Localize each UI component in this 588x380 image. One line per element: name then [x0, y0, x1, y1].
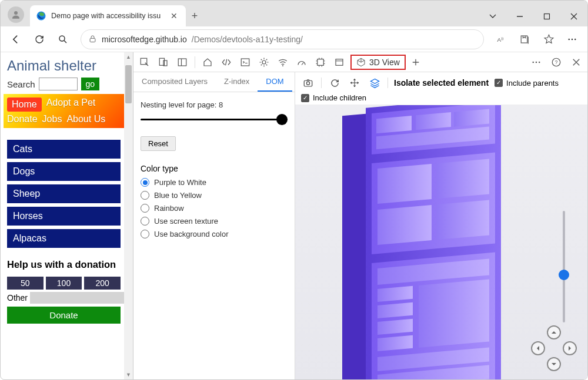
menu-icon[interactable] — [562, 29, 583, 50]
donation-amount[interactable]: 200 — [84, 277, 121, 290]
read-aloud-icon[interactable]: A⁾⁾ — [491, 29, 512, 50]
webpage-panel: Animal shelter Search go Home Adopt a Pe… — [1, 52, 133, 379]
dpad-left[interactable] — [531, 341, 545, 355]
devtools-panel: 3D View ? Composited Layers Z-index DOM … — [133, 52, 587, 379]
nav-home[interactable]: Home — [7, 97, 42, 112]
tab-close-icon[interactable]: ✕ — [168, 10, 180, 22]
nav-jobs[interactable]: Jobs — [42, 114, 62, 125]
memory-icon[interactable] — [312, 53, 329, 71]
svg-text:?: ? — [555, 60, 558, 65]
search-button[interactable] — [52, 29, 74, 50]
layers-icon[interactable] — [368, 76, 382, 90]
color-option[interactable]: Rainbow — [141, 204, 288, 213]
console-icon[interactable] — [236, 53, 254, 71]
nav-donate[interactable]: Donate — [7, 114, 38, 125]
main-nav: Home Adopt a Pet Donate Jobs About Us — [4, 94, 124, 128]
back-button[interactable] — [5, 29, 26, 50]
search-go-button[interactable]: go — [81, 78, 100, 90]
network-icon[interactable] — [274, 53, 292, 71]
new-tab-button[interactable]: + — [186, 5, 203, 26]
color-option[interactable]: Use screen texture — [141, 217, 288, 226]
svg-rect-27 — [342, 114, 366, 379]
screenshot-icon[interactable] — [301, 76, 315, 90]
svg-rect-35 — [436, 159, 489, 199]
scroll-up-icon[interactable]: ▲ — [124, 52, 133, 62]
help-icon[interactable]: ? — [547, 53, 565, 71]
device-icon[interactable] — [155, 53, 172, 71]
elements-icon[interactable] — [218, 53, 235, 71]
maximize-button[interactable] — [533, 6, 560, 26]
profile-avatar[interactable] — [8, 6, 24, 23]
animal-item[interactable]: Sheep — [7, 184, 121, 203]
svg-rect-29 — [376, 116, 412, 133]
donation-other-input[interactable] — [30, 292, 124, 304]
sources-icon[interactable] — [255, 53, 273, 71]
svg-rect-14 — [241, 59, 249, 66]
nav-about[interactable]: About Us — [66, 114, 105, 125]
address-bar[interactable]: microsoftedge.github.io/Demos/devtools-a… — [81, 29, 484, 49]
close-devtools-icon[interactable] — [567, 53, 585, 71]
animal-item[interactable]: Cats — [7, 140, 121, 159]
animal-item[interactable]: Horses — [7, 207, 121, 226]
minimize-button[interactable] — [506, 6, 533, 26]
zoom-slider-track[interactable] — [563, 211, 565, 322]
add-tab-icon[interactable] — [407, 53, 425, 71]
welcome-icon[interactable] — [199, 53, 216, 71]
svg-point-16 — [282, 65, 283, 66]
reset-button[interactable]: Reset — [141, 136, 176, 151]
animal-item[interactable]: Alpacas — [7, 229, 121, 248]
donation-amount[interactable]: 100 — [46, 277, 82, 290]
reset-view-icon[interactable] — [328, 76, 342, 90]
svg-point-0 — [14, 11, 18, 15]
nav-adopt[interactable]: Adopt a Pet — [46, 97, 96, 112]
chevron-down-icon[interactable] — [479, 6, 506, 26]
favorite-icon[interactable] — [538, 29, 559, 50]
dpad-down[interactable] — [547, 357, 561, 371]
animal-list: Cats Dogs Sheep Horses Alpacas — [4, 128, 124, 249]
devtools-tabbar: 3D View ? — [133, 52, 587, 72]
svg-rect-37 — [436, 200, 489, 240]
dpad-up[interactable] — [547, 325, 561, 339]
color-option[interactable]: Blue to Yellow — [141, 191, 288, 200]
3d-view-tab[interactable]: 3D View — [350, 55, 406, 70]
subtab-dom[interactable]: DOM — [258, 72, 292, 92]
close-window-button[interactable] — [560, 6, 587, 26]
nesting-slider[interactable] — [141, 114, 288, 126]
3d-view-label: 3D View — [369, 58, 400, 67]
more-tools-icon[interactable] — [527, 53, 545, 71]
search-input[interactable] — [39, 78, 78, 90]
inspect-icon[interactable] — [136, 53, 153, 71]
panel-icon[interactable] — [173, 53, 191, 71]
refresh-button[interactable] — [29, 29, 50, 50]
zoom-slider-thumb[interactable] — [559, 270, 569, 280]
color-option[interactable]: Purple to White — [141, 178, 288, 187]
svg-point-8 — [572, 38, 573, 40]
pan-icon[interactable] — [348, 76, 362, 90]
cube-icon — [356, 58, 366, 67]
donate-button[interactable]: Donate — [7, 307, 121, 324]
scroll-down-icon[interactable]: ▼ — [124, 370, 133, 379]
collections-icon[interactable] — [514, 29, 536, 50]
include-children-checkbox[interactable]: Include children — [301, 93, 582, 102]
performance-icon[interactable] — [293, 53, 310, 71]
subtab-zindex[interactable]: Z-index — [216, 72, 258, 92]
window-controls — [479, 6, 587, 26]
scroll-thumb[interactable] — [125, 65, 132, 103]
animal-item[interactable]: Dogs — [7, 162, 121, 181]
svg-point-3 — [59, 36, 65, 41]
subtab-composited[interactable]: Composited Layers — [133, 72, 216, 92]
svg-rect-31 — [454, 109, 489, 126]
include-parents-checkbox[interactable]: Include parents — [495, 79, 559, 88]
application-icon[interactable] — [330, 53, 348, 71]
3dview-viewport-panel: Isolate selected element Include parents… — [295, 72, 587, 379]
url-path: /Demos/devtools-a11y-testing/ — [192, 35, 303, 44]
donation-amount[interactable]: 50 — [7, 277, 44, 290]
dpad-right[interactable] — [563, 341, 577, 355]
3d-viewport[interactable] — [295, 105, 587, 379]
edge-icon — [36, 11, 46, 21]
address-bar-row: microsoftedge.github.io/Demos/devtools-a… — [1, 26, 587, 52]
svg-point-21 — [539, 61, 540, 63]
browser-tab[interactable]: Demo page with accessibility issu ✕ — [30, 5, 186, 26]
page-scrollbar[interactable]: ▲ ▼ — [124, 52, 133, 379]
color-option[interactable]: Use background color — [141, 230, 288, 238]
